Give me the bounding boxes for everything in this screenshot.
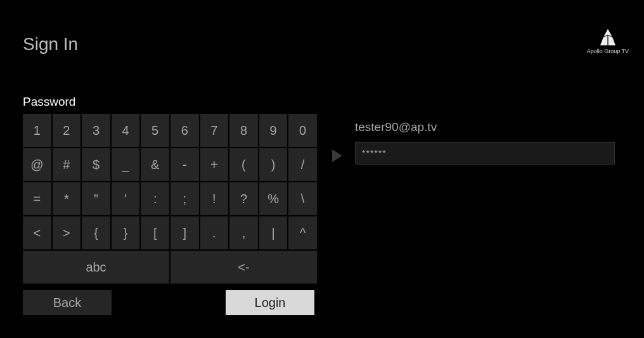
key-4[interactable]: 4 [112, 114, 140, 147]
login-button[interactable]: Login [226, 290, 314, 315]
key-3[interactable]: 3 [82, 114, 110, 147]
key-comma[interactable]: , [229, 216, 258, 249]
key-0[interactable]: 0 [288, 114, 317, 147]
key-question[interactable]: ? [229, 182, 258, 215]
key-5[interactable]: 5 [141, 114, 169, 147]
key-7[interactable]: 7 [200, 114, 229, 147]
key-pipe[interactable]: | [259, 216, 288, 249]
key-exclaim[interactable]: ! [200, 182, 229, 215]
key-squote[interactable]: ' [112, 182, 140, 215]
key-semicolon[interactable]: ; [171, 182, 199, 215]
apollo-logo-icon [587, 28, 629, 47]
brand-name: Apollo Group TV [587, 48, 629, 54]
key-2[interactable]: 2 [53, 114, 81, 147]
password-label: Password [23, 95, 75, 109]
key-gt[interactable]: > [53, 216, 81, 249]
brand-logo: Apollo Group TV [587, 28, 629, 54]
credentials-panel: tester90@ap.tv ****** [330, 120, 615, 165]
key-rbrace[interactable]: } [112, 216, 140, 249]
key-lparen[interactable]: ( [229, 148, 258, 181]
key-plus[interactable]: + [200, 148, 229, 181]
key-hash[interactable]: # [53, 148, 81, 181]
key-rbracket[interactable]: ] [171, 216, 199, 249]
key-at[interactable]: @ [23, 148, 51, 181]
back-button[interactable]: Back [23, 290, 112, 315]
key-lbrace[interactable]: { [82, 216, 110, 249]
key-backspace[interactable]: <- [171, 251, 317, 284]
key-period[interactable]: . [200, 216, 229, 249]
key-equals[interactable]: = [23, 182, 51, 215]
key-lt[interactable]: < [23, 216, 51, 249]
key-ampersand[interactable]: & [141, 148, 169, 181]
key-percent[interactable]: % [259, 182, 288, 215]
key-6[interactable]: 6 [171, 114, 199, 147]
key-caret[interactable]: ^ [288, 216, 317, 249]
password-input[interactable]: ****** [355, 142, 615, 165]
key-lbracket[interactable]: [ [141, 216, 169, 249]
key-asterisk[interactable]: * [53, 182, 81, 215]
key-rparen[interactable]: ) [259, 148, 288, 181]
key-colon[interactable]: : [141, 182, 169, 215]
key-1[interactable]: 1 [23, 114, 51, 147]
key-slash[interactable]: / [288, 148, 317, 181]
focus-arrow-icon [332, 149, 342, 162]
key-underscore[interactable]: _ [112, 148, 140, 181]
key-backslash[interactable]: \ [288, 182, 317, 215]
key-minus[interactable]: - [171, 148, 199, 181]
key-dquote[interactable]: " [82, 182, 110, 215]
key-mode-abc[interactable]: abc [23, 251, 169, 284]
password-masked-value: ****** [362, 148, 387, 158]
key-9[interactable]: 9 [259, 114, 288, 147]
key-8[interactable]: 8 [229, 114, 258, 147]
email-display: tester90@ap.tv [330, 120, 615, 142]
page-title: Sign In [23, 34, 78, 54]
onscreen-keyboard: 1 2 3 4 5 6 7 8 9 0 @ # $ _ & - + ( ) / … [23, 114, 317, 315]
key-dollar[interactable]: $ [82, 148, 110, 181]
